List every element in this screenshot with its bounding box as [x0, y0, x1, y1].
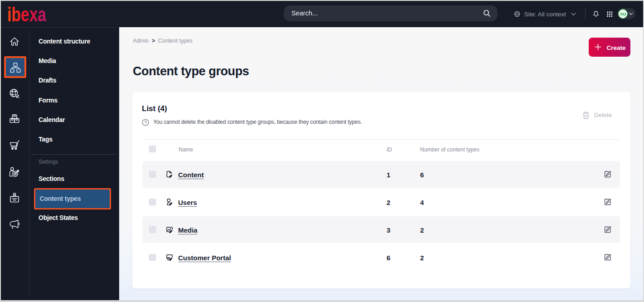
svg-text:ibexa: ibexa	[7, 6, 46, 24]
svg-text:?: ?	[144, 120, 147, 125]
